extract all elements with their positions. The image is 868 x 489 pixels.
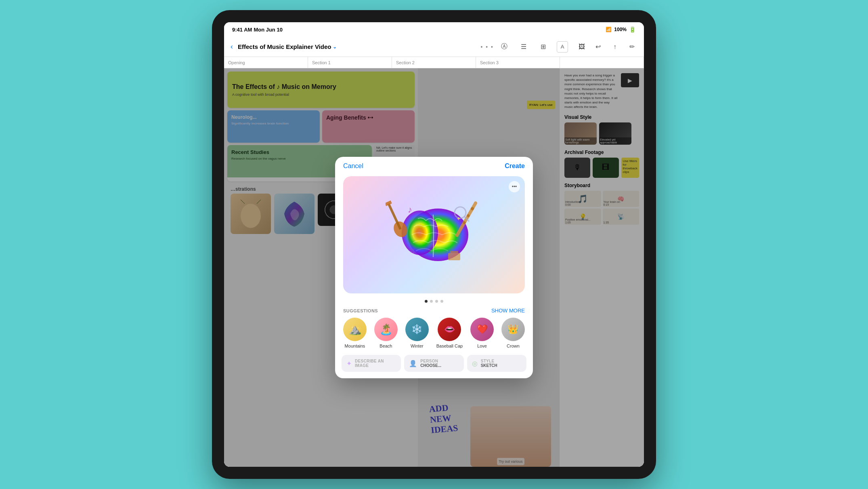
svg-rect-18 — [450, 251, 458, 253]
suggestion-beach[interactable]: 🏝️ Beach — [374, 318, 398, 348]
crown-icon: 👑 — [501, 318, 525, 341]
dot-2[interactable] — [430, 300, 433, 303]
beach-icon: 🏝️ — [374, 318, 398, 341]
love-icon: ❤️ — [470, 318, 494, 341]
modal-overlay: Cancel Create ••• — [224, 68, 644, 467]
suggestion-love[interactable]: ❤️ Love — [470, 318, 494, 348]
toolbar: ‹ Effects of Music Explainer Video ⌄ • •… — [224, 37, 644, 57]
love-label: Love — [477, 344, 487, 348]
mountains-icon: ⛰️ — [343, 318, 367, 341]
svg-rect-17 — [448, 253, 460, 260]
brain-illustration: ♪ — [386, 190, 482, 279]
photo-icon[interactable]: 🖼 — [576, 41, 587, 53]
section-right — [560, 57, 644, 68]
modal-image-container: ••• — [343, 176, 525, 293]
section-3: Section 3 — [476, 57, 560, 68]
edit-icon[interactable]: ✏ — [626, 41, 637, 53]
suggestions-header: SUGGESTIONS SHOW MORE — [335, 306, 533, 318]
time-display: 9:41 AM — [232, 27, 252, 33]
more-dots-icon: ••• — [512, 184, 517, 190]
back-button[interactable]: ‹ — [231, 42, 233, 51]
ipad-device: 9:41 AM Mon Jun 10 📶 100% 🔋 ‹ Effects of… — [212, 10, 656, 479]
modal-inputs: ✦ DESCRIBE AN IMAGE 👤 PERSON CHOOSE... — [335, 355, 533, 378]
section-1: Section 1 — [308, 57, 392, 68]
section-strip: Opening Section 1 Section 2 Section 3 — [224, 57, 644, 68]
dot-4[interactable] — [440, 300, 443, 303]
crown-label: Crown — [507, 344, 520, 348]
suggestions-row: ⛰️ Mountains 🏝️ Beach ❄️ Winter 👄 — [335, 318, 533, 355]
winter-label: Winter — [411, 344, 424, 348]
status-bar-left: 9:41 AM Mon Jun 10 — [232, 27, 283, 33]
check-icon[interactable]: Ⓐ — [499, 41, 510, 53]
wifi-icon: 📶 — [606, 27, 612, 32]
suggestion-crown[interactable]: 👑 Crown — [501, 318, 525, 348]
svg-text:✦: ✦ — [456, 215, 461, 222]
page-dots — [335, 297, 533, 306]
undo-icon[interactable]: ↩ — [592, 41, 604, 53]
person-icon: 👤 — [409, 360, 417, 367]
person-input[interactable]: 👤 PERSON CHOOSE... — [404, 355, 463, 372]
toolbar-dots: • • • — [481, 44, 494, 50]
style-label: STYLE SKETCH — [481, 359, 497, 368]
section-opening: Opening — [224, 57, 308, 68]
section-2: Section 2 — [392, 57, 476, 68]
status-bar-right: 📶 100% 🔋 — [606, 26, 636, 33]
style-icon: ◎ — [472, 360, 478, 367]
text-icon[interactable]: A — [557, 41, 568, 53]
beach-label: Beach — [379, 344, 392, 348]
suggestion-mountains[interactable]: ⛰️ Mountains — [343, 318, 367, 348]
dot-3[interactable] — [435, 300, 438, 303]
suggestion-baseball-cap[interactable]: 👄 Baseball Cap — [436, 318, 463, 348]
cancel-button[interactable]: Cancel — [343, 162, 363, 170]
main-content: The Effects of ♪ Music on Memory A cogni… — [224, 68, 644, 467]
title-text: Effects of Music Explainer Video — [238, 43, 331, 50]
dot-1[interactable] — [425, 300, 428, 303]
svg-text:♫: ♫ — [410, 247, 415, 255]
suggestions-label: SUGGESTIONS — [343, 308, 378, 313]
status-bar: 9:41 AM Mon Jun 10 📶 100% 🔋 — [224, 22, 644, 37]
image-generation-modal: Cancel Create ••• — [335, 157, 533, 378]
sparkle-icon: ✦ — [346, 360, 352, 367]
toolbar-center: Ⓐ ☰ ⊞ A 🖼 — [499, 41, 587, 53]
show-more-button[interactable]: SHOW MORE — [491, 308, 525, 314]
date-display: Mon Jun 10 — [254, 27, 283, 33]
document-title: Effects of Music Explainer Video ⌄ — [238, 43, 476, 50]
person-label: PERSON CHOOSE... — [420, 359, 441, 368]
battery-icon: 🔋 — [629, 26, 636, 33]
svg-text:♪: ♪ — [408, 204, 412, 215]
grid-icon[interactable]: ⊞ — [537, 41, 549, 53]
mountains-label: Mountains — [345, 344, 365, 348]
suggestion-winter[interactable]: ❄️ Winter — [405, 318, 429, 348]
more-options-button[interactable]: ••• — [509, 181, 520, 192]
toolbar-right: ↩ ↑ ✏ — [592, 41, 637, 53]
ipad-screen: 9:41 AM Mon Jun 10 📶 100% 🔋 ‹ Effects of… — [224, 22, 644, 467]
create-button[interactable]: Create — [505, 162, 525, 170]
describe-image-input[interactable]: ✦ DESCRIBE AN IMAGE — [342, 355, 401, 372]
battery-display: 100% — [614, 27, 627, 32]
modal-header: Cancel Create — [335, 157, 533, 170]
baseball-cap-icon: 👄 — [438, 318, 461, 341]
baseball-cap-label: Baseball Cap — [436, 344, 463, 348]
describe-label: DESCRIBE AN IMAGE — [355, 359, 384, 368]
modal-image-area: ••• — [335, 170, 533, 297]
winter-icon: ❄️ — [405, 318, 429, 341]
dropdown-icon[interactable]: ⌄ — [333, 44, 337, 50]
lines-icon[interactable]: ☰ — [518, 41, 529, 53]
style-input[interactable]: ◎ STYLE SKETCH — [467, 355, 526, 372]
share-icon[interactable]: ↑ — [609, 41, 621, 53]
